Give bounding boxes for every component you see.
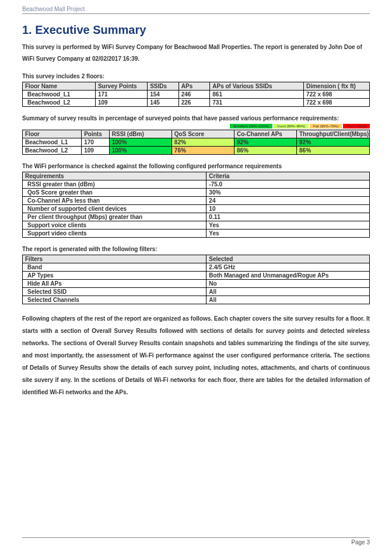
col-floor-name: Floor Name	[23, 82, 96, 91]
table-row: Hide All APsNo	[23, 280, 370, 288]
col-aps-various: APs of Various SSIDs	[210, 82, 304, 91]
floors-label: This survey includes 2 floors:	[22, 73, 370, 79]
cell: 10	[206, 205, 370, 213]
table-row: AP TypesBoth Managed and Unmanaged/Rogue…	[23, 272, 370, 280]
cell: QoS Score greater than	[23, 189, 206, 197]
floors-table: Floor Name Survey Points SSIDs APs APs o…	[22, 82, 370, 107]
table-row: RSSI greater than (dBm)-75.0	[23, 180, 370, 189]
req-label: The WiFi performance is checked against …	[22, 163, 370, 169]
cell: Yes	[206, 230, 370, 238]
col-requirements: Requirements	[23, 172, 206, 180]
cell: 24	[206, 197, 370, 205]
col-ssids: SSIDs	[148, 82, 179, 91]
cell: 109	[82, 147, 110, 155]
legend-poor: Poor (<60%)	[343, 124, 370, 128]
summary-table: Floor Points RSSI (dBm) QoS Score Co-Cha…	[22, 130, 370, 155]
cell: 92%	[234, 138, 296, 147]
page-header: Beachwood Mall Project	[22, 6, 370, 14]
cell: Support voice clients	[23, 221, 206, 230]
table-row: Beachwood_L1 171 154 246 861 722 x 698	[23, 91, 370, 99]
col-criteria: Criteria	[206, 172, 370, 180]
table-row: Support video clientsYes	[23, 230, 370, 238]
legend-good: Good (80%–89%)	[274, 124, 309, 128]
cell: 731	[210, 99, 304, 107]
cell: RSSI greater than (dBm)	[23, 180, 206, 189]
col-survey-points: Survey Points	[95, 82, 147, 91]
col-cochannel: Co-Channel APs	[234, 130, 296, 138]
cell: 722 x 698	[303, 91, 369, 99]
cell: 722 x 698	[303, 99, 369, 107]
col-floor: Floor	[23, 130, 82, 138]
cell: 76%	[172, 147, 234, 155]
table-row: Per client throughput (Mbps) greater tha…	[23, 213, 370, 221]
cell: All	[206, 288, 370, 296]
col-filters: Filters	[23, 255, 206, 263]
cell: 0.11	[206, 213, 370, 221]
col-points: Points	[82, 130, 110, 138]
cell: Support video clients	[23, 230, 206, 238]
requirements-table: Requirements Criteria RSSI greater than …	[22, 172, 370, 238]
col-throughput: Throughput/Client(Mbps)	[297, 130, 370, 138]
col-aps: APs	[178, 82, 210, 91]
cell: Hide All APs	[23, 280, 206, 288]
table-header-row: Floor Name Survey Points SSIDs APs APs o…	[23, 82, 370, 91]
cell: Band	[23, 263, 206, 272]
cell: 82%	[172, 138, 234, 147]
cell: 226	[178, 99, 210, 107]
cell: 109	[95, 99, 147, 107]
col-dimension: Dimension ( ftx ft)	[303, 82, 369, 91]
cell: 100%	[109, 138, 172, 147]
cell: 170	[82, 138, 110, 147]
cell: -75.0	[206, 180, 370, 189]
table-row: Band2.4/5 GHz	[23, 263, 370, 272]
cell: 100%	[109, 147, 172, 155]
page-footer: Page 3	[22, 537, 370, 545]
col-rssi: RSSI (dBm)	[109, 130, 172, 138]
cell: Yes	[206, 221, 370, 230]
legend-excellent: Excellent (90%–100%)	[230, 124, 272, 128]
legend-fair: Fair (60%–79%)	[310, 124, 342, 128]
table-row: Selected SSIDAll	[23, 288, 370, 296]
cell: 92%	[297, 138, 370, 147]
filters-table: Filters Selected Band2.4/5 GHz AP TypesB…	[22, 255, 370, 304]
cell: 154	[148, 91, 179, 99]
section-title: 1. Executive Summary	[22, 23, 370, 37]
cell: Co-Channel APs less than	[23, 197, 206, 205]
cell: AP Types	[23, 272, 206, 280]
cell: Beachwood_L1	[23, 138, 82, 147]
cell: No	[206, 280, 370, 288]
cell: Beachwood_L2	[23, 147, 82, 155]
col-selected: Selected	[206, 255, 370, 263]
intro-text: This survey is performed by WiFi Survey …	[22, 41, 370, 65]
summary-label: Summary of survey results in percentage …	[22, 115, 370, 121]
cell: 145	[148, 99, 179, 107]
table-header-row: Floor Points RSSI (dBm) QoS Score Co-Cha…	[23, 130, 370, 138]
cell: 861	[210, 91, 304, 99]
table-row: QoS Score greater than30%	[23, 189, 370, 197]
page-number: Page 3	[351, 539, 370, 545]
cell: 86%	[297, 147, 370, 155]
table-row: Beachwood_L1 170 100% 82% 92% 92%	[23, 138, 370, 147]
table-header-row: Filters Selected	[23, 255, 370, 263]
cell: 86%	[234, 147, 296, 155]
filters-label: The report is generated with the followi…	[22, 246, 370, 252]
cell: Beachwood_L1	[23, 91, 96, 99]
cell: 2.4/5 GHz	[206, 263, 370, 272]
table-row: Beachwood_L2 109 145 226 731 722 x 698	[23, 99, 370, 107]
cell: Selected Channels	[23, 296, 206, 304]
cell: Both Managed and Unmanaged/Rogue APs	[206, 272, 370, 280]
cell: 171	[95, 91, 147, 99]
legend: Excellent (90%–100%) Good (80%–89%) Fair…	[22, 124, 370, 128]
table-row: Number of supported client devices10	[23, 205, 370, 213]
table-row: Selected ChannelsAll	[23, 296, 370, 304]
col-qos: QoS Score	[172, 130, 234, 138]
table-row: Beachwood_L2 109 100% 76% 86% 86%	[23, 147, 370, 155]
table-row: Support voice clientsYes	[23, 221, 370, 230]
cell: 246	[178, 91, 210, 99]
project-title: Beachwood Mall Project	[22, 6, 85, 12]
table-row: Co-Channel APs less than24	[23, 197, 370, 205]
cell: Selected SSID	[23, 288, 206, 296]
cell: Number of supported client devices	[23, 205, 206, 213]
table-header-row: Requirements Criteria	[23, 172, 370, 180]
cell: All	[206, 296, 370, 304]
